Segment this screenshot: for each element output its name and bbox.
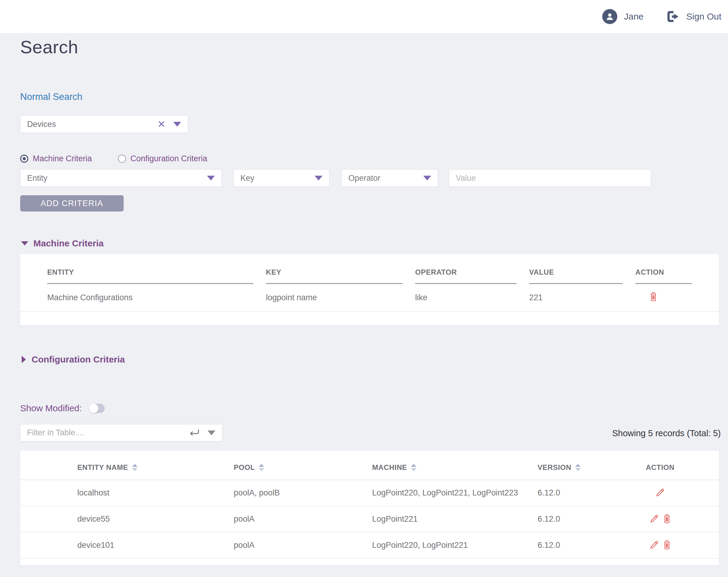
sort-icon[interactable]: [411, 464, 416, 471]
sign-out-icon[interactable]: [666, 10, 680, 23]
chevron-down-icon[interactable]: [423, 176, 431, 181]
entity-name-cell: device101: [77, 541, 234, 550]
configuration-criteria-section-title: Configuration Criteria: [32, 355, 125, 365]
table-row: device55 poolA LogPoint221 6.12.0: [20, 506, 719, 532]
machine-cell: LogPoint221: [372, 515, 538, 524]
chevron-down-icon[interactable]: [207, 176, 215, 181]
value-field-wrap: [449, 169, 651, 187]
sort-icon[interactable]: [575, 464, 580, 471]
column-header-operator: OPERATOR: [415, 268, 517, 284]
column-header-key: KEY: [266, 268, 402, 284]
entity-dropdown[interactable]: Entity: [20, 169, 222, 187]
operator-dropdown[interactable]: Operator: [341, 169, 438, 187]
machine-criteria-card: ENTITY KEY OPERATOR VALUE ACTION Machine…: [20, 254, 719, 325]
entity-dropdown-placeholder: Entity: [27, 174, 48, 183]
entity-name-cell: localhost: [77, 488, 234, 498]
column-header-machine[interactable]: MACHINE: [372, 463, 538, 472]
delete-icon[interactable]: [663, 514, 671, 525]
pool-cell: poolA: [234, 541, 372, 550]
version-cell: 6.12.0: [538, 541, 628, 550]
table-filter-wrap: [20, 424, 222, 441]
edit-icon[interactable]: [655, 488, 665, 498]
machine-cell: LogPoint220, LogPoint221: [372, 541, 538, 550]
machine-criteria-section-title: Machine Criteria: [33, 238, 103, 248]
add-criteria-button[interactable]: ADD CRITERIA: [20, 195, 124, 211]
table-row: Machine Configurations logpoint name lik…: [20, 284, 719, 312]
show-modified-label: Show Modified:: [20, 403, 82, 413]
criteria-operator-value: like: [415, 293, 529, 302]
entity-type-select-value: Devices: [27, 120, 56, 129]
pool-cell: poolA, poolB: [234, 488, 372, 498]
edit-icon[interactable]: [649, 540, 659, 551]
configuration-criteria-section-toggle[interactable]: Configuration Criteria: [22, 355, 125, 365]
collapse-collapsed-icon: [22, 356, 26, 363]
column-header-entity: ENTITY: [47, 268, 253, 284]
value-field[interactable]: [456, 174, 644, 183]
clear-selection-icon[interactable]: ✕: [157, 120, 173, 129]
criteria-value-value: 221: [529, 293, 635, 302]
column-header-value: VALUE: [529, 268, 623, 284]
machine-cell: LogPoint220, LogPoint221, LogPoint223: [372, 488, 538, 498]
table-filter-input[interactable]: [27, 428, 185, 438]
operator-dropdown-placeholder: Operator: [348, 174, 381, 183]
column-header-entity-name[interactable]: ENTITY NAME: [77, 463, 234, 472]
collapse-expanded-icon: [21, 241, 28, 245]
records-summary: Showing 5 records (Total: 5): [612, 428, 721, 438]
show-modified-row: Show Modified:: [20, 403, 105, 413]
criteria-type-radio-group: Machine Criteria Configuration Criteria: [20, 154, 233, 163]
enter-key-icon: [189, 428, 200, 438]
column-header-action: ACTION: [635, 268, 692, 284]
table-row: device101 poolA LogPoint220, LogPoint221…: [20, 532, 719, 559]
results-table-card: ENTITY NAME POOL MACHINE VERSION ACTION …: [20, 451, 719, 565]
results-table-header: ENTITY NAME POOL MACHINE VERSION ACTION: [20, 451, 719, 480]
version-cell: 6.12.0: [538, 515, 628, 524]
radio-unselected-icon: [118, 155, 126, 163]
sort-icon[interactable]: [132, 464, 137, 471]
sign-out-label[interactable]: Sign Out: [686, 11, 721, 22]
entity-name-cell: device55: [77, 515, 234, 524]
radio-configuration-criteria-label: Configuration Criteria: [131, 154, 207, 163]
user-avatar-icon[interactable]: [602, 9, 617, 24]
radio-configuration-criteria[interactable]: Configuration Criteria: [118, 154, 207, 163]
show-modified-toggle[interactable]: [89, 404, 105, 413]
sort-icon[interactable]: [259, 464, 264, 471]
version-cell: 6.12.0: [538, 488, 628, 498]
radio-selected-icon: [20, 155, 28, 163]
delete-icon[interactable]: [663, 540, 671, 551]
column-header-version[interactable]: VERSION: [538, 463, 628, 472]
delete-icon[interactable]: [649, 294, 658, 304]
column-header-action: ACTION: [628, 463, 692, 472]
user-name: Jane: [624, 11, 644, 22]
key-dropdown[interactable]: Key: [233, 169, 330, 187]
key-dropdown-placeholder: Key: [240, 174, 255, 183]
machine-criteria-section-toggle[interactable]: Machine Criteria: [21, 238, 103, 248]
radio-machine-criteria-label: Machine Criteria: [33, 154, 92, 163]
chevron-down-icon[interactable]: [173, 122, 181, 127]
criteria-entity-value: Machine Configurations: [47, 293, 266, 302]
normal-search-link[interactable]: Normal Search: [20, 91, 82, 102]
table-row: localhost poolA, poolB LogPoint220, LogP…: [20, 480, 719, 506]
entity-type-select[interactable]: Devices ✕: [20, 115, 188, 133]
edit-icon[interactable]: [649, 514, 659, 525]
page-title: Search: [20, 37, 78, 57]
chevron-down-icon[interactable]: [315, 176, 322, 181]
top-bar: Jane Sign Out: [0, 0, 728, 33]
toggle-knob: [89, 404, 98, 413]
criteria-key-value: logpoint name: [266, 293, 415, 302]
pool-cell: poolA: [234, 515, 372, 524]
radio-machine-criteria[interactable]: Machine Criteria: [20, 154, 92, 163]
column-header-pool[interactable]: POOL: [234, 463, 372, 472]
chevron-down-icon[interactable]: [208, 430, 215, 435]
machine-criteria-table-header: ENTITY KEY OPERATOR VALUE ACTION: [20, 254, 719, 284]
